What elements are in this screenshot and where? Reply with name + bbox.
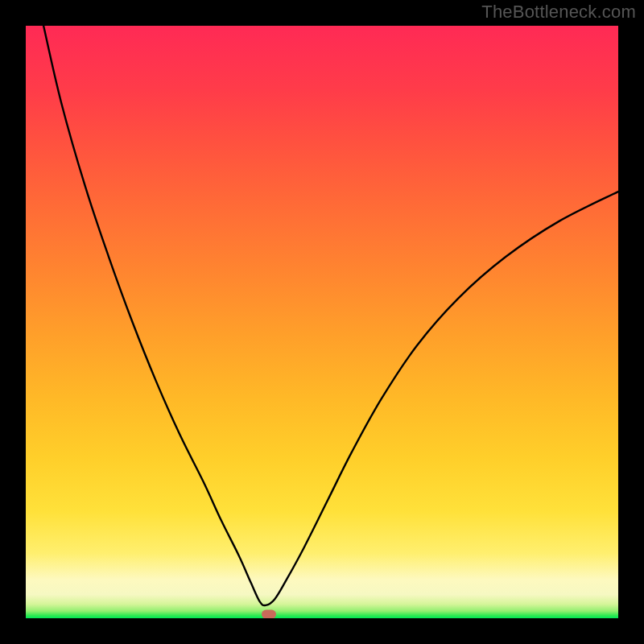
- bottleneck-curve: [43, 26, 618, 605]
- attribution-label: TheBottleneck.com: [481, 2, 636, 23]
- chart-container: TheBottleneck.com: [0, 0, 644, 644]
- notch-marker: [262, 610, 276, 618]
- curve-layer: [26, 26, 618, 618]
- plot-area: [26, 26, 618, 618]
